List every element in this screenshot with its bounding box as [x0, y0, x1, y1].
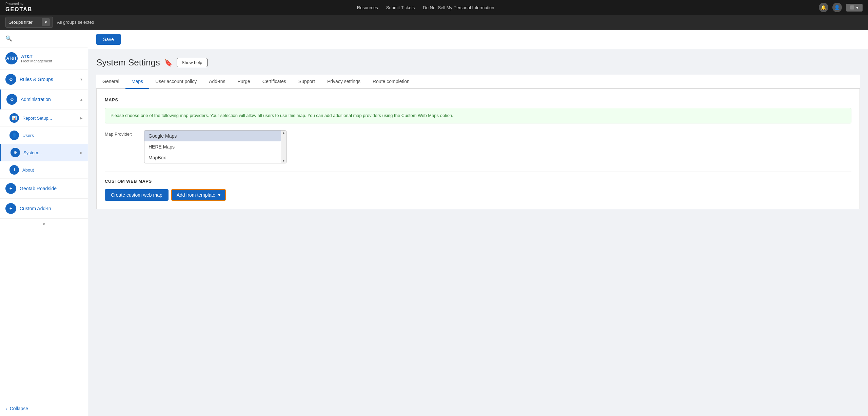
sidebar-scroll-down[interactable]: ▾ — [0, 219, 88, 230]
content-area: Save System Settings 🔖 Show help General… — [88, 30, 868, 416]
sidebar-item-administration[interactable]: ⚙ System Settings Administration ▴ — [0, 90, 88, 110]
tab-support[interactable]: Support — [292, 75, 321, 89]
tab-add-ins[interactable]: Add-Ins — [203, 75, 231, 89]
map-provider-listbox[interactable]: Google Maps HERE Maps MapBox ▲ ▼ — [144, 130, 287, 163]
tab-route-completion[interactable]: Route completion — [367, 75, 416, 89]
scroll-up-arrow[interactable]: ▲ — [281, 131, 286, 135]
create-custom-web-map-button[interactable]: Create custom web map — [105, 189, 169, 201]
sidebar-item-report-setup-label: Report Setup... — [22, 116, 52, 121]
groups-filter-arrow[interactable]: ▾ — [42, 18, 50, 26]
resources-link[interactable]: Resources — [357, 5, 378, 10]
map-option-mapbox[interactable]: MapBox — [144, 152, 286, 163]
sidebar-item-custom-add-in-label: Custom Add-In — [20, 206, 51, 211]
do-not-sell-link[interactable]: Do Not Sell My Personal Information — [423, 5, 494, 10]
notification-icon[interactable]: 🔔 — [819, 3, 828, 12]
sidebar-search-area: 🔍 — [0, 30, 88, 47]
content-header: Save — [88, 30, 868, 49]
sidebar-item-rules-groups[interactable]: ⚙ Rules & Groups ▾ — [0, 70, 88, 90]
sidebar-item-report-setup[interactable]: 📊 Report Setup... ▶ — [0, 110, 88, 127]
sidebar: 🔍 AT&T AT&T Fleet Management ⚙ Rules & G… — [0, 30, 88, 416]
map-option-here[interactable]: HERE Maps — [144, 141, 286, 152]
add-from-template-button[interactable]: Add from template ▾ — [171, 189, 226, 201]
topbar-nav: Resources Submit Tickets Do Not Sell My … — [357, 5, 494, 10]
user-dropdown-arrow: ▾ — [856, 5, 859, 10]
maps-section-title: MAPS — [105, 97, 851, 102]
tab-general[interactable]: General — [96, 75, 125, 89]
groups-filter-value: All groups selected — [57, 20, 94, 25]
org-name: AT&T — [21, 54, 52, 59]
tab-purge[interactable]: Purge — [231, 75, 256, 89]
map-provider-row: Map Provider: Google Maps HERE Maps MapB… — [105, 130, 851, 163]
map-provider-label: Map Provider: — [105, 130, 139, 137]
custom-add-in-icon: ✦ — [5, 203, 16, 214]
scroll-down-arrow[interactable]: ▼ — [281, 159, 286, 162]
maps-section-card: MAPS Please choose one of the following … — [96, 89, 860, 209]
sidebar-item-system-label: System... — [23, 150, 42, 155]
show-help-button[interactable]: Show help — [177, 58, 208, 67]
content-body: System Settings 🔖 Show help General Maps… — [88, 49, 868, 217]
tab-certificates[interactable]: Certificates — [256, 75, 292, 89]
save-button[interactable]: Save — [96, 34, 121, 45]
topbar-right: 🔔 👤 ▾ — [819, 3, 863, 12]
topbar: Powered by GEOTAB Resources Submit Ticke… — [0, 0, 868, 15]
tab-user-account-policy[interactable]: User account policy — [149, 75, 203, 89]
groups-filter-label: Groups filter — [8, 20, 33, 25]
sidebar-item-about-label: About — [22, 167, 34, 173]
add-from-template-arrow: ▾ — [218, 192, 220, 198]
system-chevron: ▶ — [80, 151, 82, 155]
collapse-label: Collapse — [10, 406, 28, 411]
administration-icon: ⚙ — [6, 94, 17, 105]
sidebar-item-system[interactable]: ⚙ System... ▶ — [0, 144, 88, 161]
sidebar-item-custom-add-in[interactable]: ✦ Custom Add-In — [0, 199, 88, 219]
map-option-google[interactable]: Google Maps — [144, 131, 286, 141]
tab-privacy-settings[interactable]: Privacy settings — [321, 75, 367, 89]
custom-web-maps-section: CUSTOM WEB MAPS Create custom web map Ad… — [105, 172, 851, 201]
sidebar-item-geotab-roadside-label: Geotab Roadside — [20, 186, 57, 191]
report-setup-chevron: ▶ — [80, 116, 82, 120]
administration-chevron: ▴ — [80, 97, 82, 102]
maps-info-box: Please choose one of the following map p… — [105, 108, 851, 123]
custom-web-maps-title: CUSTOM WEB MAPS — [105, 179, 851, 184]
geotab-roadside-icon: ✦ — [5, 183, 16, 194]
rules-groups-icon: ⚙ — [5, 74, 16, 85]
powered-by-text: Powered by GEOTAB — [5, 2, 32, 13]
search-icon[interactable]: 🔍 — [5, 36, 12, 41]
about-icon: ℹ — [9, 165, 19, 175]
sidebar-item-users-label: Users — [22, 133, 34, 138]
filterbar: Groups filter ▾ All groups selected — [0, 15, 868, 30]
main-layout: 🔍 AT&T AT&T Fleet Management ⚙ Rules & G… — [0, 30, 868, 416]
sidebar-item-about[interactable]: ℹ About — [0, 161, 88, 179]
custom-web-maps-btn-row: Create custom web map Add from template … — [105, 189, 851, 201]
org-header: AT&T AT&T Fleet Management — [0, 47, 88, 70]
sidebar-item-rules-groups-label: Rules & Groups — [20, 77, 53, 82]
users-icon: 👤 — [9, 131, 19, 140]
sidebar-collapse-btn[interactable]: ‹ Collapse — [0, 401, 88, 416]
report-setup-icon: 📊 — [9, 113, 19, 123]
add-from-template-label: Add from template — [177, 192, 215, 198]
rules-groups-chevron: ▾ — [80, 77, 82, 82]
org-info: AT&T Fleet Management — [21, 54, 52, 63]
sidebar-item-geotab-roadside[interactable]: ✦ Geotab Roadside — [0, 179, 88, 199]
topbar-logo: Powered by GEOTAB — [5, 2, 32, 13]
tab-maps[interactable]: Maps — [125, 75, 149, 89]
org-logo: AT&T — [5, 52, 18, 64]
sidebar-item-administration-text: Administration — [21, 97, 51, 102]
sidebar-item-users[interactable]: 👤 Users — [0, 127, 88, 144]
collapse-arrow-icon: ‹ — [5, 406, 7, 411]
user-dropdown-button[interactable]: ▾ — [846, 4, 863, 12]
geotab-logo: GEOTAB — [5, 6, 32, 12]
groups-filter-dropdown[interactable]: Groups filter ▾ — [5, 17, 53, 28]
user-icon[interactable]: 👤 — [832, 3, 842, 12]
system-icon: ⚙ — [11, 148, 20, 157]
page-title-row: System Settings 🔖 Show help — [96, 57, 860, 68]
submit-tickets-link[interactable]: Submit Tickets — [386, 5, 415, 10]
org-sub: Fleet Management — [21, 59, 52, 63]
page-title: System Settings — [96, 57, 160, 68]
map-provider-select-wrapper: Google Maps HERE Maps MapBox ▲ ▼ — [144, 130, 287, 163]
bookmark-icon[interactable]: 🔖 — [164, 59, 173, 67]
tabs-bar: General Maps User account policy Add-Ins… — [96, 75, 860, 89]
listbox-scrollbar: ▲ ▼ — [281, 131, 286, 163]
